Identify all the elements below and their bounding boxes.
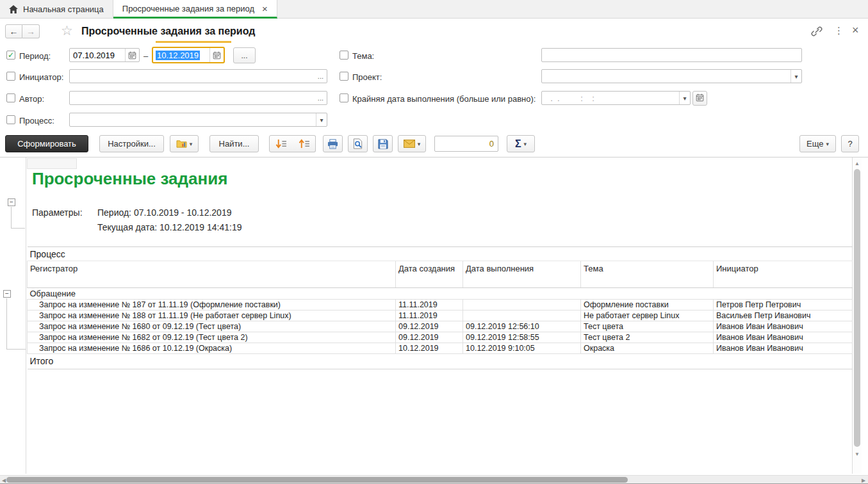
period-checkbox[interactable]: ✓: [6, 51, 15, 60]
table-row[interactable]: Запрос на изменение № 187 от 11.11.19 (О…: [28, 300, 853, 311]
tab-close-icon[interactable]: ×: [262, 4, 268, 13]
cell-registrator: Запрос на изменение № 187 от 11.11.19 (О…: [28, 300, 396, 311]
period-dash: –: [143, 51, 148, 61]
vertical-scrollbar-thumb[interactable]: [854, 169, 860, 447]
scroll-down-icon[interactable]: ▼: [855, 451, 860, 457]
author-choose-icon[interactable]: ...: [315, 94, 327, 102]
theme-field[interactable]: [541, 48, 802, 62]
cell-completed: [463, 311, 581, 321]
more-actions-button[interactable]: Еще ▾: [799, 135, 836, 152]
scroll-right-icon[interactable]: ▶: [862, 478, 865, 483]
deadline-dropdown-icon[interactable]: ▾: [679, 92, 690, 104]
period-to-field[interactable]: 10.12.2019: [152, 47, 225, 63]
process-checkbox[interactable]: [6, 115, 15, 124]
printer-icon: [327, 139, 338, 149]
deadline-field[interactable]: . . : : ▾: [541, 91, 691, 105]
generate-button[interactable]: Сформировать: [5, 135, 88, 152]
period-from-input[interactable]: [70, 49, 125, 61]
process-dropdown-icon[interactable]: ▾: [316, 113, 327, 126]
group-margin-separator: [26, 157, 26, 474]
report-variants-button[interactable]: ▾: [170, 135, 199, 152]
initiator-choose-icon[interactable]: ...: [315, 72, 327, 80]
autosum-value-field[interactable]: [434, 136, 498, 152]
author-input[interactable]: [70, 92, 315, 104]
horizontal-scrollbar[interactable]: ◀ ▶: [0, 475, 868, 484]
parameter-current-date: Текущая дата: 10.12.2019 14:41:19: [97, 222, 242, 232]
autosum-button[interactable]: Σ ▾: [507, 135, 535, 152]
scroll-up-icon[interactable]: ▲: [855, 161, 860, 166]
report-spreadsheet[interactable]: − − Просроченные задания Параметры: Пери…: [0, 157, 868, 474]
send-mail-button[interactable]: ▾: [398, 135, 426, 152]
period-from-field[interactable]: [69, 48, 140, 62]
group-bracket-line: [6, 298, 7, 349]
cell-initiator: Иванов Иван Иванович: [714, 343, 853, 354]
home-icon: [9, 5, 18, 13]
section-row[interactable]: Процесс: [28, 247, 853, 261]
cell-registrator: Запрос на изменение № 1686 от 10.12.19 (…: [28, 343, 396, 354]
tab-home[interactable]: Начальная страница: [0, 0, 113, 19]
print-button[interactable]: [323, 135, 343, 152]
collapse-data-group-icon[interactable]: −: [3, 290, 11, 298]
total-row[interactable]: Итого: [28, 354, 853, 369]
cell-created: 09.12.2019: [396, 321, 463, 332]
cell-registrator: Запрос на изменение № 1682 от 09.12.19 (…: [28, 332, 396, 343]
theme-checkbox[interactable]: [340, 51, 348, 60]
deadline-calendar-button[interactable]: [692, 91, 707, 106]
deadline-mask[interactable]: . . : :: [542, 93, 679, 103]
find-button[interactable]: Найти...: [209, 135, 259, 152]
help-button[interactable]: ?: [841, 135, 859, 152]
cell-created: 11.11.2019: [396, 311, 463, 321]
cell-initiator: Иванов Иван Иванович: [714, 321, 853, 332]
cell-created: 11.11.2019: [396, 300, 463, 311]
nav-forward-button[interactable]: →: [22, 24, 40, 38]
collapse-params-group-icon[interactable]: −: [8, 198, 15, 206]
project-field[interactable]: ▾: [541, 69, 802, 83]
dropdown-icon: ▾: [418, 141, 421, 147]
col-header-created: Дата создания: [396, 261, 463, 288]
col-header-theme: Тема: [581, 261, 714, 288]
cell-completed: 10.12.2019 9:10:05: [463, 343, 581, 354]
author-label: Автор:: [19, 94, 44, 104]
project-dropdown-icon[interactable]: ▾: [790, 70, 801, 83]
table-row[interactable]: Запрос на изменение № 1682 от 09.12.19 (…: [28, 332, 853, 343]
table-header-row[interactable]: Регистратор Дата создания Дата выполнени…: [28, 261, 853, 288]
save-button[interactable]: [373, 135, 393, 152]
author-field[interactable]: ...: [69, 91, 327, 105]
cell-theme: Тест цвета 2: [581, 332, 714, 343]
calendar-icon[interactable]: [209, 48, 224, 62]
report-corner-cell[interactable]: [27, 158, 77, 169]
calendar-icon[interactable]: [125, 49, 139, 61]
period-more-button[interactable]: ...: [233, 47, 256, 63]
scroll-left-icon[interactable]: ◀: [2, 478, 6, 483]
theme-input[interactable]: [542, 49, 801, 61]
project-input[interactable]: [542, 70, 790, 83]
table-row[interactable]: Запрос на изменение № 1680 от 09.12.19 (…: [28, 321, 853, 332]
horizontal-scrollbar-thumb[interactable]: [6, 477, 628, 483]
deadline-checkbox[interactable]: [340, 93, 348, 102]
nav-back-button[interactable]: ←: [5, 24, 22, 38]
initiator-input[interactable]: [70, 70, 315, 83]
initiator-checkbox[interactable]: [6, 72, 15, 81]
more-menu-icon[interactable]: ⋮: [834, 25, 844, 36]
collapse-groups-button[interactable]: [269, 135, 293, 152]
table-row[interactable]: Запрос на изменение № 188 от 11.11.19 (Н…: [28, 311, 853, 321]
form-close-icon[interactable]: ×: [852, 24, 859, 37]
settings-button[interactable]: Настройки...: [99, 135, 164, 152]
preview-button[interactable]: [348, 135, 368, 152]
vertical-scrollbar[interactable]: ▲ ▼: [853, 157, 862, 474]
expand-groups-button[interactable]: [292, 135, 316, 152]
group-bracket-line: [11, 228, 25, 229]
author-checkbox[interactable]: [6, 93, 15, 102]
table-row[interactable]: Запрос на изменение № 1686 от 10.12.19 (…: [28, 343, 853, 354]
tab-overdue-tasks[interactable]: Просроченные задания за период ×: [113, 0, 277, 19]
period-to-value[interactable]: 10.12.2019: [156, 51, 200, 60]
link-icon[interactable]: [810, 25, 823, 40]
process-input[interactable]: [70, 113, 316, 126]
favorite-star-icon[interactable]: ☆: [61, 23, 73, 38]
initiator-field[interactable]: ...: [69, 69, 327, 83]
cell-theme: Не работает сервер Linux: [581, 311, 714, 321]
process-field[interactable]: ▾: [69, 113, 327, 127]
parameters-label: Параметры:: [32, 207, 83, 218]
project-checkbox[interactable]: [340, 72, 348, 81]
group-row[interactable]: Обращение: [28, 288, 853, 300]
